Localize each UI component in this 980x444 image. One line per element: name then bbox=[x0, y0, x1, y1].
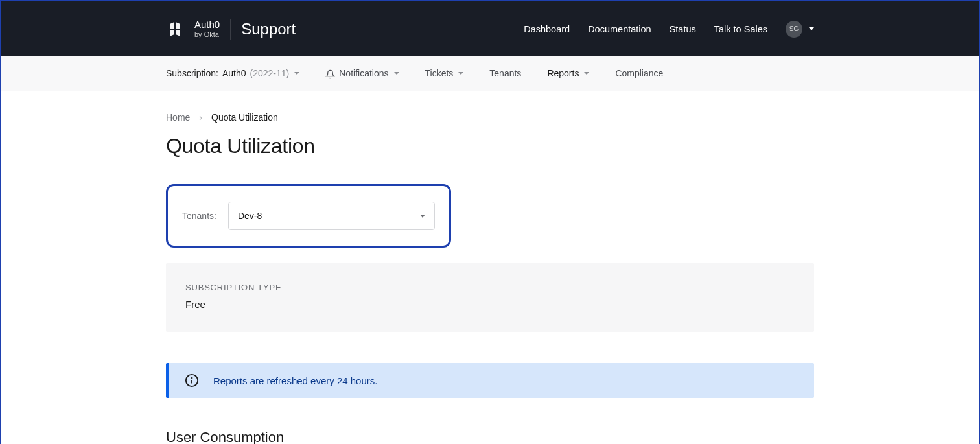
chevron-down-icon bbox=[420, 215, 425, 218]
subscription-name: Auth0 bbox=[222, 68, 246, 78]
subscription-type-label: SUBSCRIPTION TYPE bbox=[185, 283, 795, 292]
auth0-logo-icon bbox=[166, 20, 184, 38]
nav-documentation[interactable]: Documentation bbox=[588, 24, 651, 34]
notifications-label: Notifications bbox=[339, 68, 388, 78]
subscription-type-value: Free bbox=[185, 299, 795, 310]
nav-talk-to-sales[interactable]: Talk to Sales bbox=[714, 24, 767, 34]
user-menu[interactable]: SG bbox=[786, 21, 814, 38]
nav-status[interactable]: Status bbox=[670, 24, 696, 34]
tenant-label: Tenants: bbox=[182, 211, 216, 221]
info-banner: Reports are refreshed every 24 hours. bbox=[166, 363, 814, 398]
logo-divider bbox=[230, 19, 231, 40]
page-title: Quota Utilization bbox=[166, 134, 814, 158]
tenants-label: Tenants bbox=[489, 68, 521, 78]
subscription-prefix: Subscription: bbox=[166, 68, 218, 78]
nav-notifications[interactable]: Notifications bbox=[325, 68, 399, 79]
chevron-right-icon: › bbox=[199, 112, 202, 123]
subscription-selector[interactable]: Subscription: Auth0 (2022-11) bbox=[166, 68, 299, 78]
compliance-label: Compliance bbox=[615, 68, 663, 78]
tenant-selector-box: Tenants: Dev-8 bbox=[166, 184, 451, 248]
chevron-down-icon bbox=[584, 72, 589, 75]
nav-tickets[interactable]: Tickets bbox=[425, 68, 464, 78]
sub-header: Subscription: Auth0 (2022-11) Notificati… bbox=[1, 56, 979, 91]
svg-point-2 bbox=[192, 377, 192, 378]
info-banner-text: Reports are refreshed every 24 hours. bbox=[213, 375, 377, 386]
top-header: Auth0 by Okta Support Dashboard Document… bbox=[1, 1, 979, 56]
logo-subtitle: by Okta bbox=[194, 30, 220, 38]
breadcrumb: Home › Quota Utilization bbox=[166, 112, 814, 123]
main-content: Home › Quota Utilization Quota Utilizati… bbox=[166, 91, 814, 444]
logo-brand-text: Auth0 bbox=[194, 19, 220, 30]
tickets-label: Tickets bbox=[425, 68, 454, 78]
top-nav: Dashboard Documentation Status Talk to S… bbox=[524, 21, 814, 38]
tenant-selected-value: Dev-8 bbox=[238, 211, 262, 221]
caret-down-icon bbox=[809, 27, 814, 30]
nav-dashboard[interactable]: Dashboard bbox=[524, 24, 570, 34]
info-icon bbox=[185, 373, 199, 388]
nav-tenants[interactable]: Tenants bbox=[489, 68, 521, 78]
breadcrumb-current: Quota Utilization bbox=[211, 112, 278, 123]
avatar: SG bbox=[786, 21, 802, 38]
chevron-down-icon bbox=[394, 72, 399, 75]
subscription-date: (2022-11) bbox=[250, 68, 290, 78]
nav-reports[interactable]: Reports bbox=[547, 68, 589, 78]
nav-compliance[interactable]: Compliance bbox=[615, 68, 663, 78]
chevron-down-icon bbox=[458, 72, 463, 75]
logo-section: Auth0 by Okta Support bbox=[166, 19, 296, 40]
chevron-down-icon bbox=[294, 72, 299, 75]
user-consumption-heading: User Consumption bbox=[166, 429, 814, 444]
support-label: Support bbox=[241, 20, 296, 38]
tenant-select[interactable]: Dev-8 bbox=[228, 202, 435, 230]
reports-label: Reports bbox=[547, 68, 579, 78]
subscription-type-card: SUBSCRIPTION TYPE Free bbox=[166, 263, 814, 332]
bell-icon bbox=[325, 68, 335, 79]
breadcrumb-home[interactable]: Home bbox=[166, 112, 190, 123]
